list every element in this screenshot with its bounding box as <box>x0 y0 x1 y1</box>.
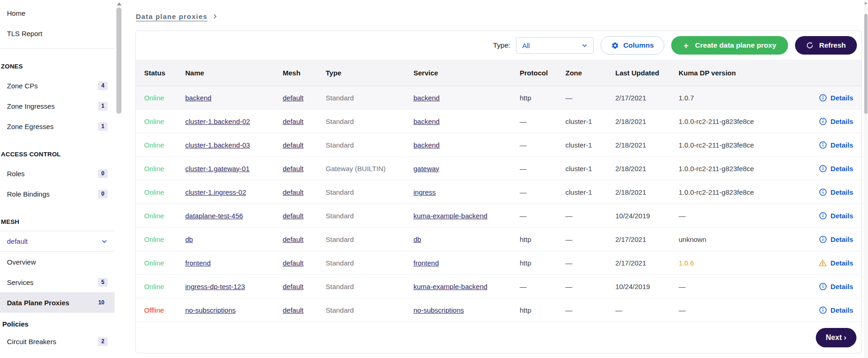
refresh-button-label: Refresh <box>819 41 846 49</box>
dataplane-name-link[interactable]: cluster-1.backend-02 <box>185 117 250 125</box>
sidebar-item-roles[interactable]: Roles0 <box>0 163 115 184</box>
column-header-mesh: Mesh <box>283 69 326 77</box>
sidebar-item-role-bindings[interactable]: Role Bindings0 <box>0 184 115 204</box>
scroll-up-arrow-icon[interactable] <box>864 2 867 4</box>
details-button[interactable]: Details <box>819 212 853 220</box>
protocol-label: — <box>520 188 565 196</box>
mesh-link[interactable]: default <box>283 117 303 125</box>
proxy-type-label: Standard <box>326 94 413 102</box>
mesh-link[interactable]: default <box>283 259 303 267</box>
content-scrollbar[interactable] <box>115 0 124 358</box>
sidebar-item-label: Roles <box>7 170 98 178</box>
mesh-link[interactable]: default <box>283 165 303 173</box>
sidebar-item-services[interactable]: Services5 <box>0 272 115 292</box>
service-link[interactable]: ingress <box>413 188 436 196</box>
type-filter-select[interactable]: All <box>516 37 594 54</box>
details-button[interactable]: Details <box>819 283 853 290</box>
breadcrumb-link[interactable]: Data plane proxies <box>136 12 207 20</box>
sidebar-item-zone-ingresses[interactable]: Zone Ingresses1 <box>0 96 115 116</box>
proxy-type-label: Standard <box>326 283 413 290</box>
scrollbar-thumb[interactable] <box>116 7 121 114</box>
info-circle-icon <box>819 235 827 243</box>
kuma-dp-version-label: 1.0.0-rc2-211-g823fe8ce <box>679 165 780 173</box>
details-button[interactable]: Details <box>819 188 853 196</box>
service-link[interactable]: backend <box>413 94 440 102</box>
sidebar-item-circuit-breakers[interactable]: Circuit Breakers2 <box>0 331 115 352</box>
service-link[interactable]: backend <box>413 141 440 149</box>
service-link[interactable]: gateway <box>413 165 439 173</box>
last-updated-label: 2/18/2021 <box>615 165 679 173</box>
column-header-kuma-dp-version: Kuma DP version <box>679 69 780 77</box>
mesh-link[interactable]: default <box>283 94 303 102</box>
toolbar: Type: All Columns + Create data plane pr… <box>136 31 862 60</box>
details-button-label: Details <box>831 306 853 314</box>
details-button[interactable]: Details <box>819 165 853 173</box>
mesh-link[interactable]: default <box>283 141 303 149</box>
details-button[interactable]: Details <box>819 141 853 149</box>
sidebar-item-zone-egresses[interactable]: Zone Egresses1 <box>0 116 115 136</box>
mesh-link[interactable]: default <box>283 306 303 314</box>
status-label: Online <box>144 141 185 149</box>
dataplane-name-link[interactable]: no-subscriptions <box>185 306 236 314</box>
dataplane-name-link[interactable]: cluster-1.backend-03 <box>185 141 250 149</box>
mesh-link[interactable]: default <box>283 283 303 290</box>
service-link[interactable]: kuma-example-backend <box>413 283 487 290</box>
sidebar-item-zone-cps[interactable]: Zone CPs4 <box>0 75 115 96</box>
details-button[interactable]: Details <box>819 259 853 267</box>
table-row: Onlinedataplane-test-456defaultStandardk… <box>136 204 862 228</box>
info-circle-icon <box>819 188 827 196</box>
mesh-selector[interactable]: default <box>0 231 115 252</box>
sidebar-item-label: Data Plane Proxies <box>7 299 95 307</box>
service-link[interactable]: kuma-example-backend <box>413 212 487 220</box>
proxy-type-label: Standard <box>326 259 413 267</box>
proxy-type-label: Gateway (BUILTIN) <box>326 165 413 173</box>
scroll-up-arrow-icon[interactable] <box>117 2 121 6</box>
create-data-plane-proxy-button[interactable]: + Create data plane proxy <box>671 36 788 55</box>
proxy-type-label: Standard <box>326 306 413 314</box>
zone-label: cluster-1 <box>565 165 615 173</box>
mesh-link[interactable]: default <box>283 188 303 196</box>
sidebar-item-data-plane-proxies[interactable]: Data Plane Proxies10 <box>0 292 115 313</box>
scrollbar-thumb[interactable] <box>864 14 868 114</box>
details-button[interactable]: Details <box>819 306 853 314</box>
sidebar-divider <box>0 48 115 49</box>
last-updated-label: 10/24/2019 <box>615 212 679 220</box>
details-button[interactable]: Details <box>819 117 853 125</box>
dataplane-name-link[interactable]: frontend <box>185 259 211 267</box>
zone-label: — <box>565 306 615 314</box>
sidebar-section-mesh: MESH <box>0 218 115 226</box>
column-header-name: Name <box>185 69 283 77</box>
sidebar-item-tls-report[interactable]: TLS Report <box>0 23 115 43</box>
dataplane-name-link[interactable]: ingress-dp-test-123 <box>185 283 245 290</box>
dataplane-name-link[interactable]: dataplane-test-456 <box>185 212 243 220</box>
sidebar-item-label: Services <box>7 278 98 286</box>
columns-button[interactable]: Columns <box>601 36 664 55</box>
sidebar-item-home[interactable]: Home <box>0 3 115 23</box>
proxy-type-label: Standard <box>326 212 413 220</box>
mesh-link[interactable]: default <box>283 212 303 220</box>
sidebar-item-overview[interactable]: Overview <box>0 252 115 272</box>
warning-triangle-icon <box>819 259 827 267</box>
refresh-button[interactable]: Refresh <box>795 36 857 55</box>
mesh-link[interactable]: default <box>283 235 303 243</box>
column-header-last-updated: Last Updated <box>615 69 679 77</box>
status-label: Online <box>144 94 185 102</box>
dataplane-name-link[interactable]: cluster-1.gateway-01 <box>185 165 249 173</box>
service-link[interactable]: no-subscriptions <box>413 306 464 314</box>
protocol-label: — <box>520 165 565 173</box>
protocol-label: — <box>520 117 565 125</box>
dataplane-name-link[interactable]: backend <box>185 94 212 102</box>
service-link[interactable]: db <box>413 235 421 243</box>
zone-label: — <box>565 235 615 243</box>
next-page-button[interactable]: Next › <box>816 328 856 347</box>
service-link[interactable]: backend <box>413 117 440 125</box>
dataplane-name-link[interactable]: db <box>185 235 193 243</box>
details-button[interactable]: Details <box>819 94 853 102</box>
info-circle-icon <box>819 141 827 149</box>
page-scrollbar[interactable] <box>864 0 868 358</box>
details-button[interactable]: Details <box>819 235 853 243</box>
dataplane-name-link[interactable]: cluster-1.ingress-02 <box>185 188 246 196</box>
last-updated-label: 2/18/2021 <box>615 117 679 125</box>
service-link[interactable]: frontend <box>413 259 439 267</box>
column-header-service: Service <box>413 69 520 77</box>
